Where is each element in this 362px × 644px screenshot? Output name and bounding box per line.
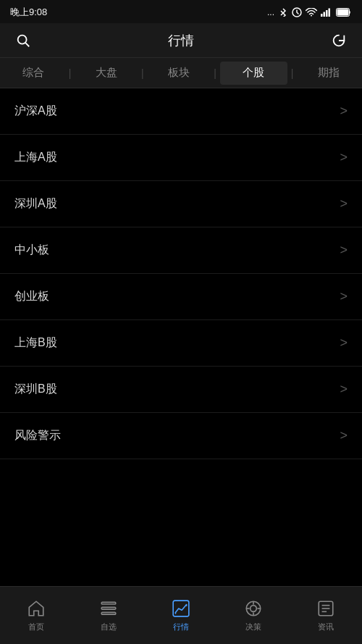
status-bar: 晚上9:08 ... [0,0,362,23]
nav-market[interactable]: 行情 [145,587,217,644]
svg-rect-4 [329,9,331,17]
svg-rect-2 [324,12,326,17]
svg-point-7 [18,35,27,43]
tab-大盘[interactable]: 大盘 [72,58,140,88]
header: 行情 [0,23,362,58]
svg-rect-10 [101,607,116,609]
arrow-icon: > [340,150,348,165]
nav-home[interactable]: 首页 [0,587,72,644]
list-item[interactable]: 上海B股 > [0,320,362,367]
tab-sep-1: | [67,67,73,79]
chart-icon [171,598,191,619]
bluetooth-icon [278,8,288,17]
tab-个股[interactable]: 个股 [220,62,287,85]
list-item[interactable]: 创业板 > [0,274,362,320]
status-icons: ... [267,7,352,17]
list-item[interactable]: 中小板 > [0,227,362,274]
search-icon [15,33,31,49]
list-item[interactable]: 上海A股 > [0,135,362,181]
wifi-icon [306,8,317,17]
refresh-icon [331,33,347,49]
status-time: 晚上9:08 [10,6,47,19]
tab-综合[interactable]: 综合 [0,58,67,88]
svg-rect-9 [101,602,116,604]
signal-dots: ... [267,7,274,17]
svg-rect-3 [326,10,328,17]
stock-list: 沪深A股 > 上海A股 > 深圳A股 > 中小板 > 创业板 > 上海B股 > … [0,88,362,586]
tab-sep-3: | [212,67,218,79]
svg-rect-11 [101,612,116,614]
nav-decision[interactable]: 决策 [217,587,290,644]
bottom-navigation: 首页 自选 行情 [0,586,362,644]
refresh-button[interactable] [327,29,350,52]
list-item[interactable]: 深圳B股 > [0,367,362,413]
nav-watchlist[interactable]: 自选 [72,587,145,644]
battery-icon [336,8,352,17]
signal-icon [321,8,332,17]
news-icon [316,598,336,619]
list-icon [98,598,119,619]
tab-期指[interactable]: 期指 [295,58,362,88]
tab-sep-2: | [140,67,146,79]
tab-板块[interactable]: 板块 [146,58,213,88]
svg-rect-6 [337,9,349,16]
circle-icon [243,598,264,619]
search-button[interactable] [12,29,35,52]
arrow-icon: > [340,428,348,443]
arrow-icon: > [340,382,348,397]
svg-point-16 [251,606,257,612]
nav-news[interactable]: 资讯 [290,587,362,644]
arrow-icon: > [340,243,348,258]
tab-navigation: 综合 | 大盘 | 板块 | 个股 | 期指 [0,58,362,88]
page-title: 行情 [35,32,327,49]
list-item[interactable]: 沪深A股 > [0,88,362,135]
arrow-icon: > [340,335,348,351]
svg-line-8 [25,43,29,46]
clock-icon [292,7,302,17]
arrow-icon: > [340,104,348,119]
arrow-icon: > [340,196,348,212]
arrow-icon: > [340,289,348,304]
list-item[interactable]: 风险警示 > [0,413,362,459]
home-icon [26,598,46,619]
list-item[interactable]: 深圳A股 > [0,181,362,227]
tab-sep-4: | [290,67,295,79]
svg-rect-1 [321,14,323,17]
